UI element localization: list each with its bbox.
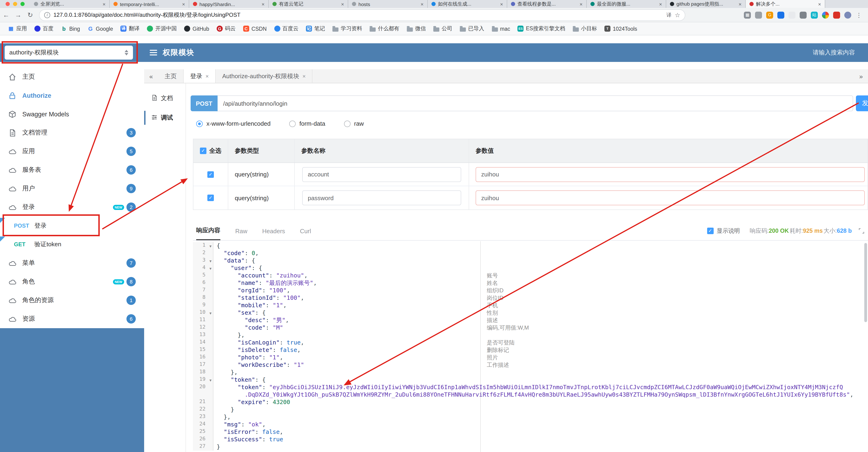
tab-close-icon[interactable]: × [182,1,185,7]
grid-icon[interactable]: ▦ [744,11,751,19]
bookmark-item[interactable]: mac [488,24,513,33]
request-path-input[interactable]: /api/authority/anno/login [218,95,853,111]
bookmark-item[interactable]: T1024Tools [601,24,641,33]
param-value-input[interactable]: zuihou [475,190,865,205]
header-search-input[interactable]: 请输入搜索内容 [813,49,855,57]
forward-button[interactable]: → [12,11,24,19]
puzzle-icon[interactable] [755,11,762,19]
browser-tab[interactable]: github pages使用指...× [666,0,746,8]
bookmark-item[interactable]: 学习资料 [329,24,365,33]
reload-button[interactable]: ↻ [24,11,36,19]
tab-close-icon[interactable]: × [739,1,742,7]
bookmark-item[interactable]: ESES搜索引擎文档 [515,24,568,33]
tab-close-icon[interactable]: × [659,1,662,7]
content-type-option[interactable]: raw [344,120,364,127]
tab-close-icon[interactable]: × [261,1,265,7]
browser-tab[interactable]: hosts× [348,0,428,8]
bookmark-item[interactable]: CCSDN [240,24,270,33]
menu-toggle-icon[interactable] [150,50,157,55]
tab-close-icon[interactable]: × [341,1,344,7]
select-all-checkbox[interactable]: ✓ [200,147,207,154]
doc-nav-调试[interactable]: 调试 [144,111,186,125]
ext-shield-icon[interactable] [800,11,807,19]
pinwheel-icon[interactable] [822,11,829,19]
bookmark-item[interactable]: 记笔记 [303,24,328,33]
send-button[interactable]: 发 [856,95,868,111]
fold-caret-icon[interactable]: ▾ [210,243,212,250]
response-tab-Curl[interactable]: Curl [300,222,311,240]
tab-close-icon[interactable]: × [818,1,821,7]
response-tab-响应内容[interactable]: 响应内容 [196,222,220,240]
close-window-icon[interactable] [6,2,10,6]
content-type-option[interactable]: x-www-form-urlencoded [196,120,271,127]
browser-tab[interactable]: 查看线程参数是...× [507,0,587,8]
ext-blue-icon[interactable] [777,11,784,19]
back-button[interactable]: ← [0,11,12,19]
fold-caret-icon[interactable]: ▾ [210,376,212,384]
tabs-collapse-right-icon[interactable]: » [854,69,868,83]
param-value-input[interactable]: zuihou [475,167,865,182]
workspace-tab[interactable]: Authorize-authority-权限模块× [216,69,313,83]
bookmark-item[interactable]: GitHub [181,24,213,33]
radio-icon[interactable] [344,120,350,127]
tab-close-icon[interactable]: × [500,1,503,7]
browser-tab[interactable]: 最全面的微服...× [587,0,666,8]
sidebar-item-应用[interactable]: 应用5 [0,142,144,161]
radio-icon[interactable] [196,120,203,127]
tab-close-icon[interactable]: × [206,73,209,79]
bookmark-item[interactable]: GGoogle [84,24,116,33]
bookmark-item[interactable]: 已导入 [457,24,488,33]
sidebar-item-角色[interactable]: 角色NEW8 [0,272,144,291]
tab-close-icon[interactable]: × [421,1,424,7]
module-select[interactable]: authority-权限模块 [5,46,133,60]
response-scrollbar[interactable] [864,243,867,322]
response-tab-Raw[interactable]: Raw [235,222,247,240]
bookmark-item[interactable]: bBing [58,24,83,33]
fold-caret-icon[interactable]: ▾ [210,257,212,265]
response-tab-Headers[interactable]: Headers [262,222,285,240]
fold-caret-icon[interactable]: ▾ [210,265,212,272]
fold-caret-icon[interactable]: ▾ [210,310,212,317]
sidebar-item-Authorize[interactable]: Authorize [0,86,144,105]
zoom-window-icon[interactable] [21,2,25,6]
sidebar-item-文档管理[interactable]: 文档管理3 [0,123,144,142]
bookmark-item[interactable]: G码云 [213,24,239,33]
address-bar[interactable]: i 127.0.0.1:8760/api/gate/doc.html#/auth… [39,9,685,21]
browser-tab[interactable]: 解决多个...× [746,0,825,8]
bookmark-item[interactable]: 公司 [430,24,456,33]
param-name-input[interactable]: account [302,167,461,182]
bookmark-item[interactable]: 百度云 [271,24,302,33]
sidebar-api-post-登录[interactable]: POST登录 [0,217,144,235]
fullscreen-icon[interactable] [859,228,864,234]
workspace-tab[interactable]: 登录× [183,69,216,83]
browser-tab[interactable]: 全屏浏览...× [30,0,110,8]
window-controls[interactable] [0,2,30,6]
translate-icon[interactable]: 译 [666,11,672,19]
browser-tab[interactable]: temporary-Intelli...× [110,0,189,8]
sidebar-item-Swagger Models[interactable]: Swagger Models [0,105,144,123]
param-name-input[interactable]: password [302,190,461,205]
minimize-window-icon[interactable] [13,2,17,6]
sidebar-item-菜单[interactable]: 菜单7 [0,254,144,272]
bookmark-item[interactable]: 译翻译 [117,24,143,33]
ext-light-icon[interactable] [788,11,796,19]
sidebar-item-服务表[interactable]: 服务表6 [0,161,144,179]
tabs-collapse-left-icon[interactable]: « [144,69,158,83]
bookmark-item[interactable]: 百度 [31,24,57,33]
tab-close-icon[interactable]: × [102,1,105,7]
param-checkbox[interactable]: ✓ [207,171,214,177]
sidebar-item-角色的资源[interactable]: 角色的资源1 [0,291,144,310]
bookmark-star-icon[interactable]: ☆ [675,11,680,19]
sidebar-item-登录[interactable]: 登录NEW2 [0,198,144,217]
browser-tab[interactable]: 有道云笔记× [269,0,348,8]
bookmark-item[interactable]: 小目标 [569,24,600,33]
doc-nav-文档[interactable]: 文档 [144,91,186,105]
avatar-icon[interactable] [844,11,851,19]
sidebar-api-get-验证token[interactable]: GET验证token [0,235,144,254]
sidebar-item-主页[interactable]: 主页 [0,67,144,86]
ext-orange-icon[interactable]: G [766,11,773,19]
param-checkbox[interactable]: ✓ [207,195,214,201]
sidebar-item-资源[interactable]: 资源6 [0,310,144,328]
ext-teal-icon[interactable]: 站 [811,11,818,19]
radio-icon[interactable] [289,120,296,127]
